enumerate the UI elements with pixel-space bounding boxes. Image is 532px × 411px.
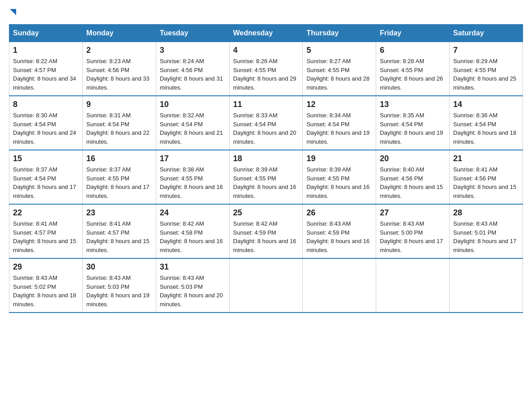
table-row: 5 Sunrise: 8:27 AMSunset: 4:55 PMDayligh… xyxy=(303,42,376,96)
table-row xyxy=(450,258,523,313)
table-row: 24 Sunrise: 8:42 AMSunset: 4:58 PMDaylig… xyxy=(156,204,229,258)
day-number: 27 xyxy=(380,208,446,218)
table-row: 11 Sunrise: 8:33 AMSunset: 4:54 PMDaylig… xyxy=(229,96,303,150)
day-info: Sunrise: 8:43 AMSunset: 5:01 PMDaylight:… xyxy=(453,220,516,253)
table-row: 13 Sunrise: 8:35 AMSunset: 4:54 PMDaylig… xyxy=(376,96,450,150)
table-row: 22 Sunrise: 8:41 AMSunset: 4:57 PMDaylig… xyxy=(9,204,83,258)
day-info: Sunrise: 8:41 AMSunset: 4:57 PMDaylight:… xyxy=(86,220,150,253)
table-row: 23 Sunrise: 8:41 AMSunset: 4:57 PMDaylig… xyxy=(82,204,156,258)
day-info: Sunrise: 8:38 AMSunset: 4:55 PMDaylight:… xyxy=(160,166,223,199)
table-row: 17 Sunrise: 8:38 AMSunset: 4:55 PMDaylig… xyxy=(156,150,229,204)
day-number: 23 xyxy=(86,208,152,218)
logo-arrow-icon xyxy=(10,9,16,15)
day-number: 9 xyxy=(86,100,152,109)
table-row: 31 Sunrise: 8:43 AMSunset: 5:03 PMDaylig… xyxy=(156,258,229,313)
day-info: Sunrise: 8:39 AMSunset: 4:55 PMDaylight:… xyxy=(233,166,296,199)
day-number: 18 xyxy=(233,154,299,163)
day-info: Sunrise: 8:34 AMSunset: 4:54 PMDaylight:… xyxy=(306,112,369,145)
day-info: Sunrise: 8:37 AMSunset: 4:55 PMDaylight:… xyxy=(86,166,150,199)
header-saturday: Saturday xyxy=(450,25,523,42)
table-row: 9 Sunrise: 8:31 AMSunset: 4:54 PMDayligh… xyxy=(82,96,156,150)
calendar-week-row: 22 Sunrise: 8:41 AMSunset: 4:57 PMDaylig… xyxy=(9,204,523,258)
day-info: Sunrise: 8:31 AMSunset: 4:54 PMDaylight:… xyxy=(86,112,150,145)
table-row: 27 Sunrise: 8:43 AMSunset: 5:00 PMDaylig… xyxy=(376,204,450,258)
table-row: 14 Sunrise: 8:36 AMSunset: 4:54 PMDaylig… xyxy=(450,96,523,150)
day-number: 12 xyxy=(306,100,372,109)
day-number: 19 xyxy=(306,154,372,163)
calendar-header-row: Sunday Monday Tuesday Wednesday Thursday… xyxy=(9,25,523,42)
day-number: 8 xyxy=(13,100,79,109)
day-info: Sunrise: 8:39 AMSunset: 4:55 PMDaylight:… xyxy=(306,166,369,199)
day-number: 14 xyxy=(453,100,519,109)
day-info: Sunrise: 8:37 AMSunset: 4:54 PMDaylight:… xyxy=(13,166,76,199)
table-row: 10 Sunrise: 8:32 AMSunset: 4:54 PMDaylig… xyxy=(156,96,229,150)
day-info: Sunrise: 8:43 AMSunset: 5:03 PMDaylight:… xyxy=(160,274,223,308)
day-info: Sunrise: 8:43 AMSunset: 5:02 PMDaylight:… xyxy=(13,274,76,308)
day-number: 2 xyxy=(86,46,152,55)
table-row: 19 Sunrise: 8:39 AMSunset: 4:55 PMDaylig… xyxy=(303,150,376,204)
table-row xyxy=(376,258,450,313)
day-number: 5 xyxy=(306,46,372,55)
day-info: Sunrise: 8:24 AMSunset: 4:56 PMDaylight:… xyxy=(160,58,223,91)
header-thursday: Thursday xyxy=(303,25,376,42)
logo xyxy=(9,9,16,15)
table-row: 21 Sunrise: 8:41 AMSunset: 4:56 PMDaylig… xyxy=(450,150,523,204)
day-info: Sunrise: 8:43 AMSunset: 4:59 PMDaylight:… xyxy=(306,220,369,253)
day-number: 26 xyxy=(306,208,372,218)
day-number: 13 xyxy=(380,100,446,109)
day-number: 31 xyxy=(160,262,226,272)
day-info: Sunrise: 8:41 AMSunset: 4:57 PMDaylight:… xyxy=(13,220,76,253)
table-row: 6 Sunrise: 8:28 AMSunset: 4:55 PMDayligh… xyxy=(376,42,450,96)
calendar-table: Sunday Monday Tuesday Wednesday Thursday… xyxy=(9,24,523,313)
day-number: 25 xyxy=(233,208,299,218)
table-row: 7 Sunrise: 8:29 AMSunset: 4:55 PMDayligh… xyxy=(450,42,523,96)
day-info: Sunrise: 8:42 AMSunset: 4:59 PMDaylight:… xyxy=(233,220,296,253)
day-number: 15 xyxy=(13,154,79,163)
day-number: 28 xyxy=(453,208,519,218)
day-number: 30 xyxy=(86,262,152,272)
day-info: Sunrise: 8:26 AMSunset: 4:55 PMDaylight:… xyxy=(233,58,296,91)
page-header xyxy=(9,9,523,15)
table-row: 15 Sunrise: 8:37 AMSunset: 4:54 PMDaylig… xyxy=(9,150,83,204)
day-number: 11 xyxy=(233,100,299,109)
header-monday: Monday xyxy=(82,25,156,42)
header-wednesday: Wednesday xyxy=(229,25,303,42)
day-number: 29 xyxy=(13,262,79,272)
day-info: Sunrise: 8:42 AMSunset: 4:58 PMDaylight:… xyxy=(160,220,223,253)
table-row: 20 Sunrise: 8:40 AMSunset: 4:56 PMDaylig… xyxy=(376,150,450,204)
day-number: 6 xyxy=(380,46,446,55)
table-row: 25 Sunrise: 8:42 AMSunset: 4:59 PMDaylig… xyxy=(229,204,303,258)
calendar-week-row: 1 Sunrise: 8:22 AMSunset: 4:57 PMDayligh… xyxy=(9,42,523,96)
day-number: 24 xyxy=(160,208,226,218)
table-row xyxy=(229,258,303,313)
day-info: Sunrise: 8:29 AMSunset: 4:55 PMDaylight:… xyxy=(453,58,516,91)
calendar-week-row: 8 Sunrise: 8:30 AMSunset: 4:54 PMDayligh… xyxy=(9,96,523,150)
day-info: Sunrise: 8:35 AMSunset: 4:54 PMDaylight:… xyxy=(380,112,443,145)
table-row: 1 Sunrise: 8:22 AMSunset: 4:57 PMDayligh… xyxy=(9,42,83,96)
day-info: Sunrise: 8:28 AMSunset: 4:55 PMDaylight:… xyxy=(380,58,443,91)
day-info: Sunrise: 8:32 AMSunset: 4:54 PMDaylight:… xyxy=(160,112,223,145)
day-info: Sunrise: 8:41 AMSunset: 4:56 PMDaylight:… xyxy=(453,166,516,199)
table-row: 4 Sunrise: 8:26 AMSunset: 4:55 PMDayligh… xyxy=(229,42,303,96)
day-number: 16 xyxy=(86,154,152,163)
day-info: Sunrise: 8:43 AMSunset: 5:03 PMDaylight:… xyxy=(86,274,150,308)
day-number: 7 xyxy=(453,46,519,55)
day-info: Sunrise: 8:22 AMSunset: 4:57 PMDaylight:… xyxy=(13,58,76,91)
header-friday: Friday xyxy=(376,25,450,42)
table-row: 2 Sunrise: 8:23 AMSunset: 4:56 PMDayligh… xyxy=(82,42,156,96)
day-info: Sunrise: 8:36 AMSunset: 4:54 PMDaylight:… xyxy=(453,112,516,145)
day-info: Sunrise: 8:30 AMSunset: 4:54 PMDaylight:… xyxy=(13,112,76,145)
day-info: Sunrise: 8:27 AMSunset: 4:55 PMDaylight:… xyxy=(306,58,369,91)
day-number: 17 xyxy=(160,154,226,163)
table-row: 26 Sunrise: 8:43 AMSunset: 4:59 PMDaylig… xyxy=(303,204,376,258)
day-info: Sunrise: 8:23 AMSunset: 4:56 PMDaylight:… xyxy=(86,58,150,91)
table-row: 29 Sunrise: 8:43 AMSunset: 5:02 PMDaylig… xyxy=(9,258,83,313)
day-info: Sunrise: 8:33 AMSunset: 4:54 PMDaylight:… xyxy=(233,112,296,145)
day-number: 10 xyxy=(160,100,226,109)
table-row: 18 Sunrise: 8:39 AMSunset: 4:55 PMDaylig… xyxy=(229,150,303,204)
day-number: 20 xyxy=(380,154,446,163)
table-row: 12 Sunrise: 8:34 AMSunset: 4:54 PMDaylig… xyxy=(303,96,376,150)
table-row: 16 Sunrise: 8:37 AMSunset: 4:55 PMDaylig… xyxy=(82,150,156,204)
day-number: 1 xyxy=(13,46,79,55)
calendar-week-row: 29 Sunrise: 8:43 AMSunset: 5:02 PMDaylig… xyxy=(9,258,523,313)
